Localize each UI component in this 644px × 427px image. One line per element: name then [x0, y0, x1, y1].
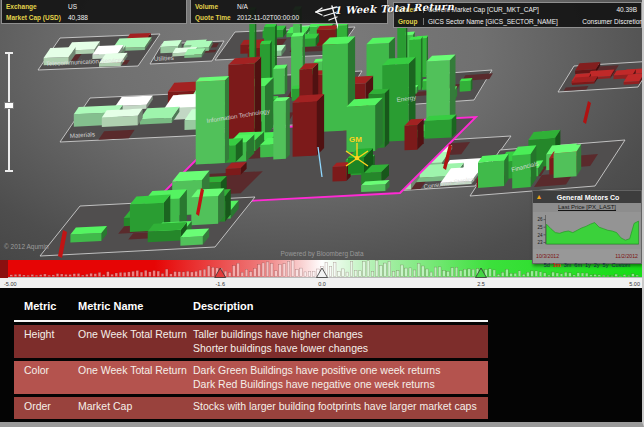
- group-row: Group GICS Sector Name [GICS_SECTOR_NAME…: [394, 15, 641, 27]
- instrument-info-panel-left: Exchange US Market Cap (USD) 40,388: [1, 0, 187, 24]
- table-row-color: Color One Week Total Return Dark Green B…: [14, 361, 488, 394]
- cell-metric-name: One Week Total Return: [78, 361, 193, 379]
- exchange-row: Exchange US: [2, 1, 186, 12]
- popup-subtitle: Last Price [PX_LAST]: [533, 203, 641, 212]
- field-label: Quote Time: [195, 14, 237, 21]
- range-2y[interactable]: 2y: [594, 262, 600, 268]
- metric-legend-table: Metric Metric Name Description Height On…: [14, 294, 488, 419]
- cell-metric: Height: [14, 325, 78, 343]
- gm-ticker-label: GM: [349, 135, 362, 144]
- field-value: 40,388: [68, 14, 88, 21]
- field-label: Exchange: [6, 3, 68, 10]
- colorbar-marker-label: 2.5: [477, 281, 485, 287]
- cell-description: Taller buildings have higher changes Sho…: [193, 325, 488, 358]
- colorbar-marker-label: -1.6: [215, 281, 224, 287]
- slider-handle[interactable]: [4, 102, 14, 109]
- field-value: 40.39B: [543, 6, 637, 13]
- alphavision-window: GMTelecommunication ServicesUtilitiesMat…: [0, 0, 644, 427]
- desc-line: Stocks with larger building footprints h…: [193, 400, 482, 414]
- cell-description: Stocks with larger building footprints h…: [193, 397, 488, 417]
- field-label: Market Cap (USD): [6, 14, 68, 21]
- desc-line: Dark Red Buildings have negative one wee…: [193, 378, 482, 392]
- cell-metric: Color: [14, 361, 78, 379]
- col-header-metric-name: Metric Name: [78, 300, 193, 312]
- popup-title: General Motors Co: [545, 194, 641, 201]
- svg-text:25: 25: [537, 225, 543, 230]
- popup-titlebar[interactable]: ▲ General Motors Co: [533, 191, 641, 203]
- field-name: GICS Sector Name [GICS_SECTOR_NAME]: [428, 18, 558, 25]
- colorbar-max-label: 5.00: [629, 281, 640, 287]
- field-value: 2012-11-02T00:00:00: [237, 14, 299, 21]
- col-header-metric: Metric: [14, 300, 78, 312]
- cell-description: Dark Green Buildings have positive one w…: [193, 361, 488, 394]
- table-row-height: Height One Week Total Return Taller buil…: [14, 325, 488, 358]
- stock-detail-popup[interactable]: ▲ General Motors Co Last Price [PX_LAST]…: [532, 190, 642, 264]
- cell-metric: Order: [14, 397, 78, 415]
- market-cap-row: Market Cap (USD) 40,388: [2, 12, 186, 23]
- desc-line: Shorter buildings have lower changes: [193, 342, 482, 356]
- copyright-text: © 2012 Aqumin: [4, 243, 49, 250]
- slider-track[interactable]: [8, 52, 10, 172]
- vertical-zoom-slider[interactable]: [4, 52, 14, 172]
- range-6m[interactable]: 6m: [574, 262, 582, 268]
- chart-range-links: 5d 1m 3m 6m 1y 2y 5y Custom: [533, 260, 641, 269]
- svg-text:26: 26: [537, 217, 543, 222]
- cell-metric-name: Market Cap: [78, 397, 193, 415]
- field-label: Group: [398, 18, 424, 25]
- cell-metric-name: One Week Total Return: [78, 325, 193, 343]
- range-5y[interactable]: 5y: [603, 262, 609, 268]
- svg-text:23: 23: [537, 240, 543, 245]
- colorbar-marker-label: 0.0: [318, 281, 326, 287]
- desc-line: Dark Green Buildings have positive one w…: [193, 364, 482, 378]
- warning-icon: ▲: [533, 191, 545, 203]
- chart-end-date: 11/2/2012: [615, 253, 638, 260]
- range-5d[interactable]: 5d: [544, 262, 550, 268]
- range-1m[interactable]: 1m: [553, 262, 561, 268]
- chart-date-range: 10/3/2012 11/2/2012: [533, 253, 641, 260]
- price-mini-chart: 26252423: [533, 212, 641, 249]
- range-3m[interactable]: 3m: [564, 262, 572, 268]
- chart-start-date: 10/3/2012: [536, 253, 559, 260]
- field-value: US: [68, 3, 77, 10]
- svg-text:24: 24: [537, 233, 543, 238]
- range-custom[interactable]: Custom: [611, 262, 630, 268]
- table-row-order: Order Market Cap Stocks with larger buil…: [14, 397, 488, 419]
- legend-header-row: Metric Metric Name Description: [14, 294, 488, 318]
- field-value: Consumer Discretionary: [558, 18, 644, 25]
- colorbar-min-label: -5.00: [4, 281, 17, 287]
- desc-line: Taller buildings have higher changes: [193, 328, 482, 342]
- header-separator: [14, 320, 488, 322]
- sector-label-utilities: Utilities: [154, 54, 174, 62]
- slider-cap-top: [5, 52, 13, 54]
- range-1y[interactable]: 1y: [585, 262, 591, 268]
- slider-cap-bottom: [5, 170, 13, 172]
- col-header-description: Description: [193, 300, 488, 312]
- field-label: Volume: [195, 3, 237, 10]
- field-value: N/A: [237, 3, 248, 10]
- legend-section: Metric Metric Name Description Height On…: [0, 288, 644, 422]
